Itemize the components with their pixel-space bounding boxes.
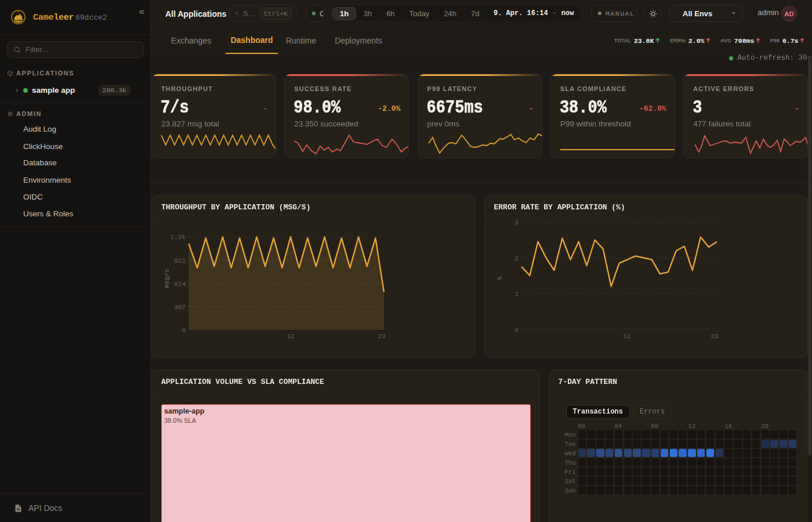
svg-text:0: 0: [514, 327, 519, 334]
svg-text:1: 1: [514, 291, 519, 298]
svg-text:1.2k: 1.2k: [171, 234, 186, 241]
svg-text:%: %: [496, 276, 503, 280]
svg-text:921: 921: [174, 258, 186, 264]
svg-text:23: 23: [710, 333, 718, 340]
svg-text:3: 3: [514, 219, 519, 226]
svg-text:12: 12: [287, 333, 294, 340]
svg-text:614: 614: [174, 281, 186, 288]
svg-text:msg/s: msg/s: [164, 269, 171, 288]
svg-text:12: 12: [623, 333, 630, 340]
svg-text:23: 23: [378, 333, 385, 340]
svg-text:307: 307: [174, 304, 186, 311]
svg-text:0: 0: [182, 327, 186, 334]
svg-text:2: 2: [514, 255, 519, 262]
